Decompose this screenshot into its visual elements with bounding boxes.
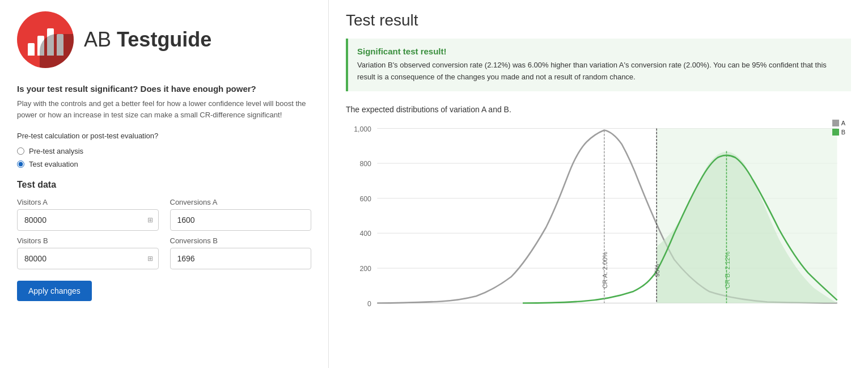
radio-item-testeval[interactable]: Test evaluation [17,160,311,168]
description: Play with the controls and get a better … [17,98,311,120]
pretest-radio[interactable] [17,147,24,155]
mode-radio-group: Pre-test analysis Test evaluation [17,147,311,168]
legend-b-color [832,129,839,136]
visitors-a-label: Visitors A [17,198,159,206]
visitors-b-input[interactable] [17,248,159,269]
svg-text:600: 600 [359,194,371,202]
left-panel: AB Testguide Is your test result signifi… [0,0,329,368]
conversions-a-input[interactable] [170,209,312,231]
legend-a: A [832,120,845,126]
conversions-a-group: Conversions A [170,198,312,231]
legend-a-color [832,120,839,126]
svg-text:1,000: 1,000 [354,125,371,133]
chart-legend: A B [832,120,845,136]
form-grid: Visitors A ⊞ Conversions A Visitors B ⊞ … [17,198,311,269]
visitors-b-group: Visitors B ⊞ [17,236,159,269]
result-title: Test result [346,11,851,29]
distribution-chart: 1,000 800 600 400 200 0 [346,120,851,335]
svg-text:95%: 95% [654,264,660,277]
conversions-b-label: Conversions B [170,236,312,245]
legend-b-label: B [841,129,845,136]
legend-a-label: A [841,120,845,126]
mode-label: Pre-test calculation or post-test evalua… [17,132,311,140]
svg-text:0: 0 [367,299,371,307]
app-title: AB Testguide [84,28,211,52]
legend-b: B [832,129,845,136]
logo-area: AB Testguide [17,11,311,68]
result-box-title: Significant test result! [357,46,842,56]
pretest-label: Pre-test analysis [29,147,83,155]
visitors-a-input[interactable] [17,209,159,231]
visitors-a-group: Visitors A ⊞ [17,198,159,231]
visitors-a-icon: ⊞ [147,216,153,224]
testeval-radio[interactable] [17,160,24,168]
logo-icon [17,11,74,68]
svg-text:400: 400 [359,230,371,238]
svg-text:CR B: 2.12%: CR B: 2.12% [724,251,731,288]
svg-text:200: 200 [359,265,371,273]
conversions-b-input[interactable] [170,248,312,269]
tagline: Is your test result significant? Does it… [17,84,311,94]
chart-area: A B 1,000 800 600 400 200 0 [346,120,851,335]
chart-section-title: The expected distributions of variation … [346,105,851,114]
conversions-a-label: Conversions A [170,198,312,206]
visitors-b-label: Visitors B [17,236,159,245]
visitors-b-icon: ⊞ [147,255,153,263]
radio-item-pretest[interactable]: Pre-test analysis [17,147,311,155]
svg-text:800: 800 [359,160,371,168]
testeval-label: Test evaluation [29,160,78,168]
apply-changes-button[interactable]: Apply changes [17,281,92,301]
result-box: Significant test result! Variation B's o… [346,39,851,91]
right-panel: Test result Significant test result! Var… [329,0,868,368]
result-box-text: Variation B's observed conversion rate (… [357,60,842,83]
svg-text:CR A: 2.00%: CR A: 2.00% [602,252,608,289]
conversions-b-group: Conversions B [170,236,312,269]
test-data-title: Test data [17,180,311,190]
